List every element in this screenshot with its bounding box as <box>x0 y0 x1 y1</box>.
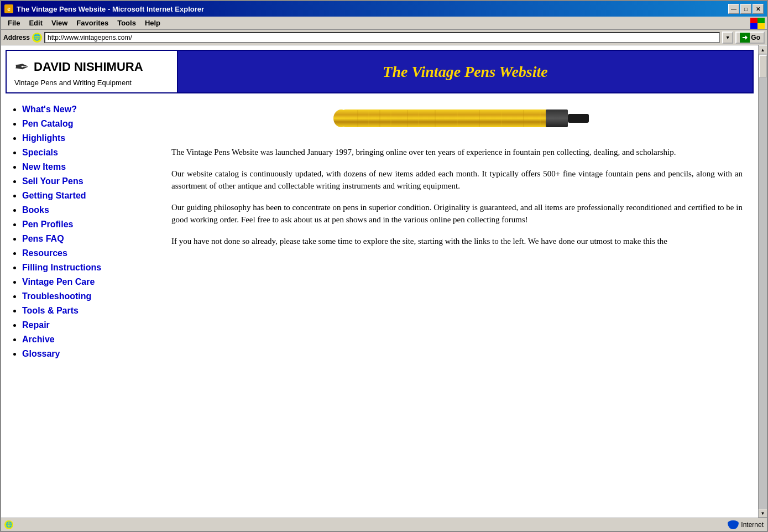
nav-list: What's New? Pen Catalog Highlights Speci… <box>11 105 155 359</box>
site-title: The Vintage Pens Website <box>383 63 547 81</box>
main-content: What's New? Pen Catalog Highlights Speci… <box>6 93 754 369</box>
content-para-3: Our guiding philosophy has been to conce… <box>171 201 743 226</box>
content-para-1: The Vintage Pens Website was launched Ja… <box>171 146 743 159</box>
list-item: Pens FAQ <box>22 234 155 244</box>
left-nav: What's New? Pen Catalog Highlights Speci… <box>6 93 160 369</box>
content-para-4: If you have not done so already, please … <box>171 235 743 248</box>
list-item: Specials <box>22 148 155 158</box>
nav-resources[interactable]: Resources <box>22 248 67 258</box>
windows-flag-icon <box>750 18 765 29</box>
internet-zone: Internet <box>728 520 764 529</box>
list-item: What's New? <box>22 105 155 114</box>
svg-rect-0 <box>568 114 589 123</box>
logo-name-row: ✒ DAVID NISHIMURA <box>14 56 169 77</box>
quill-pen-icon: ✒ <box>14 56 29 77</box>
menu-edit[interactable]: Edit <box>24 18 47 28</box>
header-title-area: The Vintage Pens Website <box>178 51 753 92</box>
menu-tools[interactable]: Tools <box>113 18 140 28</box>
nav-books[interactable]: Books <box>22 205 49 215</box>
browser-icon: e <box>4 4 13 13</box>
address-dropdown[interactable]: ▼ <box>722 32 733 44</box>
list-item: New Items <box>22 162 155 172</box>
internet-zone-icon <box>728 520 739 529</box>
go-label: Go <box>751 34 760 41</box>
nav-filling-instructions[interactable]: Filling Instructions <box>22 263 101 272</box>
scroll-down-button[interactable]: ▼ <box>759 509 767 518</box>
address-input[interactable] <box>44 32 720 43</box>
header-logo: ✒ DAVID NISHIMURA Vintage Pens and Writi… <box>7 51 178 92</box>
menu-favorites[interactable]: Favorites <box>72 18 113 28</box>
nav-whats-new[interactable]: What's New? <box>22 105 77 114</box>
list-item: Tools & Parts <box>22 306 155 316</box>
list-item: Archive <box>22 335 155 345</box>
title-bar: e The Vintage Pens Website - Microsoft I… <box>1 1 767 17</box>
nav-sell-your-pens[interactable]: Sell Your Pens <box>22 176 83 186</box>
window-title: The Vintage Pens Website - Microsoft Int… <box>17 5 725 13</box>
address-label: Address <box>3 34 30 41</box>
menu-view[interactable]: View <box>47 18 72 28</box>
right-content: The Vintage Pens Website was launched Ja… <box>160 93 754 369</box>
nav-archive[interactable]: Archive <box>22 335 55 344</box>
list-item: Repair <box>22 320 155 330</box>
list-item: Getting Started <box>22 191 155 201</box>
close-button[interactable]: ✕ <box>753 4 764 14</box>
list-item: Books <box>22 205 155 215</box>
scroll-up-button[interactable]: ▲ <box>759 45 767 54</box>
svg-rect-14 <box>546 109 568 127</box>
menu-bar: File Edit View Favorites Tools Help <box>1 17 767 30</box>
nav-pen-profiles[interactable]: Pen Profiles <box>22 220 73 229</box>
list-item: Sell Your Pens <box>22 176 155 186</box>
nav-repair[interactable]: Repair <box>22 320 50 330</box>
menu-file[interactable]: File <box>3 18 24 28</box>
svg-point-15 <box>333 109 349 127</box>
scrollbar-right: ▲ ▼ <box>758 45 767 518</box>
nav-new-items[interactable]: New Items <box>22 162 66 171</box>
list-item: Resources <box>22 248 155 258</box>
list-item: Glossary <box>22 349 155 359</box>
nav-specials[interactable]: Specials <box>22 148 58 157</box>
content-para-2: Our website catalog is continuously upda… <box>171 168 743 192</box>
address-bar: Address 🌐 ▼ ➜ Go <box>1 30 767 45</box>
internet-zone-label: Internet <box>741 521 764 529</box>
maximize-button[interactable]: □ <box>740 4 751 14</box>
nav-getting-started[interactable]: Getting Started <box>22 191 86 200</box>
loading-icon: 🌐 <box>4 520 13 529</box>
nav-tools-parts[interactable]: Tools & Parts <box>22 306 79 315</box>
webpage: ✒ DAVID NISHIMURA Vintage Pens and Writi… <box>1 45 758 518</box>
minimize-button[interactable]: — <box>728 4 739 14</box>
nav-glossary[interactable]: Glossary <box>22 349 60 358</box>
nav-pens-faq[interactable]: Pens FAQ <box>22 234 64 243</box>
window-controls: — □ ✕ <box>728 4 764 14</box>
content-area: ✒ DAVID NISHIMURA Vintage Pens and Writi… <box>1 45 767 518</box>
nav-troubleshooting[interactable]: Troubleshooting <box>22 291 91 301</box>
go-button[interactable]: ➜ Go <box>735 32 765 44</box>
svg-rect-1 <box>341 109 568 127</box>
page-icon: 🌐 <box>32 33 42 43</box>
browser-window: e The Vintage Pens Website - Microsoft I… <box>0 0 768 532</box>
list-item: Troubleshooting <box>22 291 155 301</box>
list-item: Highlights <box>22 133 155 143</box>
logo-subtitle: Vintage Pens and Writing Equipment <box>14 79 169 87</box>
list-item: Filling Instructions <box>22 263 155 273</box>
list-item: Pen Profiles <box>22 220 155 230</box>
logo-name: DAVID NISHIMURA <box>34 60 143 74</box>
nav-vintage-pen-care[interactable]: Vintage Pen Care <box>22 277 95 286</box>
scroll-thumb[interactable] <box>759 55 767 77</box>
list-item: Pen Catalog <box>22 119 155 129</box>
nav-pen-catalog[interactable]: Pen Catalog <box>22 119 73 128</box>
scroll-track[interactable] <box>759 54 767 509</box>
pen-image <box>171 102 743 135</box>
vintage-pen-svg <box>325 102 590 135</box>
nav-highlights[interactable]: Highlights <box>22 133 65 143</box>
menu-help[interactable]: Help <box>140 18 165 28</box>
list-item: Vintage Pen Care <box>22 277 155 287</box>
status-bar: 🌐 Internet <box>1 518 767 531</box>
go-arrow-icon: ➜ <box>740 33 750 43</box>
site-header: ✒ DAVID NISHIMURA Vintage Pens and Writi… <box>6 50 754 93</box>
